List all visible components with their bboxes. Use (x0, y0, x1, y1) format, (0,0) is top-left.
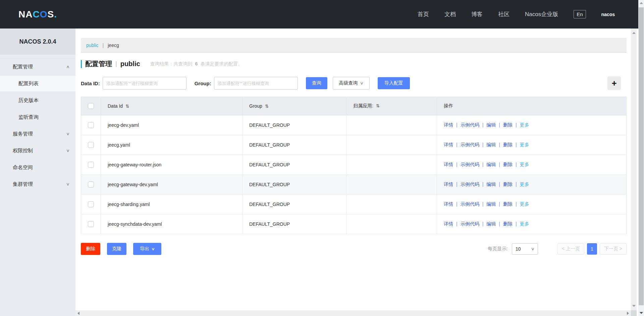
action-delete[interactable]: 删除 (503, 122, 513, 127)
table-footer: 删除 克隆 导出∨ 每页显示: 10 ∨ < 上一页 1 下一页 > (81, 243, 627, 255)
sort-icon[interactable]: ⇅ (125, 104, 129, 109)
nav-home[interactable]: 首页 (418, 10, 429, 18)
advanced-query-button[interactable]: 高级查询∨ (333, 77, 370, 90)
action-more[interactable]: 更多 (520, 122, 529, 127)
scrollbar-thumb[interactable] (639, 7, 644, 305)
row-checkbox[interactable] (88, 201, 94, 207)
title-accent-bar (81, 60, 82, 68)
action-separator: | (482, 181, 484, 187)
scroll-up-arrow-icon[interactable] (632, 32, 636, 34)
action-edit[interactable]: 编辑 (486, 181, 496, 187)
row-checkbox[interactable] (88, 221, 94, 227)
group-input[interactable] (214, 77, 298, 90)
cell-group: DEFAULT_GROUP (243, 195, 346, 214)
nav-docs[interactable]: 文档 (444, 10, 456, 18)
content-vertical-scrollbar[interactable] (631, 29, 637, 310)
export-button[interactable]: 导出∨ (133, 243, 161, 255)
action-edit[interactable]: 编辑 (486, 162, 496, 167)
chevron-down-icon: ∨ (151, 247, 155, 251)
batch-delete-button[interactable]: 删除 (81, 243, 100, 255)
page-size-value: 10 (516, 246, 521, 252)
action-sample-code[interactable]: 示例代码 (461, 142, 479, 147)
action-details[interactable]: 详情 (444, 122, 453, 127)
prev-page-button[interactable]: < 上一页 (557, 243, 584, 255)
content-horizontal-scrollbar[interactable] (75, 310, 631, 316)
action-more[interactable]: 更多 (520, 181, 529, 187)
scroll-right-arrow-icon[interactable] (627, 312, 629, 315)
query-button[interactable]: 查询 (306, 77, 327, 89)
action-sample-code[interactable]: 示例代码 (461, 221, 479, 226)
scroll-left-arrow-icon[interactable] (77, 312, 79, 315)
sidebar-item-config-management[interactable]: 配置管理 ∧ (0, 58, 75, 75)
action-delete[interactable]: 删除 (503, 162, 513, 167)
column-header-group[interactable]: Group (249, 103, 262, 109)
cell-data-id: jeecg-gateway-router.json (101, 155, 243, 175)
clone-button[interactable]: 克隆 (107, 243, 126, 255)
username[interactable]: nacos (601, 12, 615, 17)
breadcrumb-separator: | (103, 43, 104, 48)
cell-app (346, 155, 437, 175)
action-separator: | (482, 221, 484, 226)
row-checkbox[interactable] (88, 162, 94, 168)
select-all-checkbox[interactable] (88, 103, 94, 109)
sidebar-item-permission-control[interactable]: 权限控制 ∨ (0, 142, 75, 159)
action-details[interactable]: 详情 (444, 201, 453, 207)
sidebar-item-service-management[interactable]: 服务管理 ∨ (0, 125, 75, 142)
sidebar-item-label: 历史版本 (18, 97, 39, 104)
sort-icon[interactable]: ⇅ (376, 103, 380, 108)
nav-enterprise[interactable]: Nacos企业版 (525, 10, 558, 18)
action-edit[interactable]: 编辑 (486, 122, 496, 127)
add-config-button[interactable]: + (607, 76, 621, 90)
scroll-down-arrow-icon[interactable] (640, 312, 643, 314)
action-sample-code[interactable]: 示例代码 (461, 122, 479, 127)
action-delete[interactable]: 删除 (503, 142, 513, 147)
action-details[interactable]: 详情 (444, 181, 453, 187)
chevron-down-icon: ∨ (66, 182, 70, 187)
action-sample-code[interactable]: 示例代码 (461, 181, 479, 187)
row-checkbox[interactable] (88, 122, 94, 128)
row-checkbox[interactable] (88, 181, 94, 188)
action-separator: | (456, 181, 458, 187)
action-edit[interactable]: 编辑 (486, 221, 496, 226)
column-header-data-id[interactable]: Data Id (108, 103, 123, 109)
row-checkbox[interactable] (88, 142, 94, 148)
action-delete[interactable]: 删除 (503, 201, 513, 207)
action-edit[interactable]: 编辑 (486, 201, 496, 207)
sidebar-item-config-list[interactable]: 配置列表 (0, 75, 75, 92)
action-more[interactable]: 更多 (520, 162, 529, 167)
action-more[interactable]: 更多 (520, 142, 529, 147)
action-delete[interactable]: 删除 (503, 181, 513, 187)
sidebar-item-cluster-management[interactable]: 集群管理 ∨ (0, 176, 75, 193)
action-details[interactable]: 详情 (444, 162, 453, 167)
import-config-button[interactable]: 导入配置 (378, 77, 410, 89)
logo-text: S (47, 9, 54, 19)
window-vertical-scrollbar[interactable] (638, 0, 644, 316)
cell-operations: 详情|示例代码|编辑|删除|更多 (437, 135, 627, 155)
sort-icon[interactable]: ⇅ (265, 104, 269, 109)
language-toggle-button[interactable]: En (574, 10, 586, 18)
action-sample-code[interactable]: 示例代码 (461, 201, 479, 207)
data-id-input[interactable] (103, 77, 186, 90)
next-page-button[interactable]: 下一页 > (600, 243, 627, 255)
action-details[interactable]: 详情 (444, 221, 453, 226)
sidebar-item-listener-query[interactable]: 监听查询 (0, 109, 75, 125)
nav-blog[interactable]: 博客 (471, 10, 483, 18)
scroll-down-arrow-icon[interactable] (632, 305, 636, 307)
column-header-app[interactable]: 归属应用: (353, 103, 373, 108)
breadcrumb-namespace[interactable]: public (86, 43, 99, 48)
action-more[interactable]: 更多 (520, 201, 529, 207)
action-more[interactable]: 更多 (520, 221, 529, 226)
action-sample-code[interactable]: 示例代码 (461, 162, 479, 167)
page-size-select[interactable]: 10 ∨ (512, 243, 538, 255)
action-delete[interactable]: 删除 (503, 221, 513, 226)
sidebar-item-namespace[interactable]: 命名空间 (0, 159, 75, 176)
table-row: jeecg-sharding.yaml DEFAULT_GROUP 详情|示例代… (81, 195, 627, 214)
scroll-up-arrow-icon[interactable] (640, 2, 643, 4)
action-details[interactable]: 详情 (444, 142, 453, 147)
page-title: 配置管理 (85, 59, 112, 68)
current-page-button[interactable]: 1 (587, 243, 597, 255)
nav-community[interactable]: 社区 (498, 10, 509, 18)
main-content: public | jeecg 配置管理 | public 查询结果：共查询到 6… (75, 29, 631, 310)
sidebar-item-history-versions[interactable]: 历史版本 (0, 92, 75, 109)
action-edit[interactable]: 编辑 (486, 142, 496, 147)
